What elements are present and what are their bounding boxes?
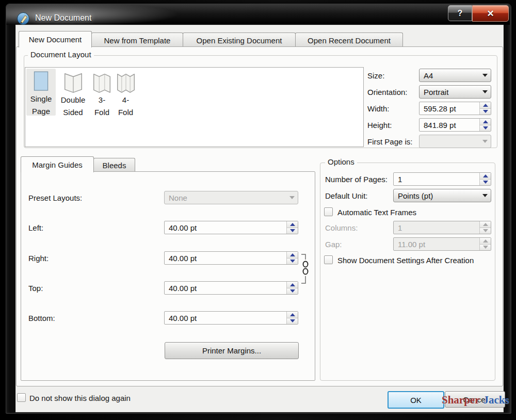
tab-label: New Document — [29, 35, 82, 44]
ok-label: OK — [410, 396, 422, 405]
layout-item-label: Fold — [94, 106, 109, 119]
spinner-buttons[interactable] — [286, 252, 298, 264]
spinner-buttons[interactable] — [286, 282, 298, 294]
width-spinner[interactable]: 595.28 pt — [419, 102, 491, 115]
layout-item-label: Single — [30, 93, 52, 105]
title-bar: New Document — [6, 4, 510, 25]
tab-label: New from Template — [104, 36, 171, 45]
chevron-down-icon — [479, 74, 491, 77]
bottom-margin-label: Bottom: — [28, 314, 55, 322]
right-margin-spinner[interactable]: 40.00 pt — [164, 251, 298, 265]
spinner-buttons — [479, 221, 491, 234]
watermark-text: Sharper — [442, 394, 480, 406]
gap-spinner: 11.00 pt — [393, 237, 491, 251]
show-document-settings-label: Show Document Settings After Creation — [337, 256, 474, 265]
tab-open-recent-document[interactable]: Open Recent Document — [295, 33, 403, 47]
spin-down-icon[interactable] — [287, 318, 298, 325]
spinner-buttons[interactable] — [286, 312, 298, 324]
layout-item-3-fold[interactable]: 3- Fold — [90, 69, 114, 116]
double-sided-icon — [63, 69, 84, 94]
spin-down-icon[interactable] — [287, 228, 298, 234]
watermark: SharperJacks — [442, 394, 509, 407]
layout-item-label: 3- — [99, 94, 105, 106]
columns-value: 1 — [394, 221, 479, 234]
spinner-buttons[interactable] — [286, 221, 298, 234]
layout-item-label: Sided — [63, 106, 83, 119]
spin-down-icon[interactable] — [480, 125, 491, 132]
number-of-pages-label: Number of Pages: — [325, 175, 388, 184]
default-unit-select[interactable]: Points (pt) — [393, 189, 491, 202]
tab-label: Bleeds — [103, 161, 126, 170]
spin-down-icon[interactable] — [480, 108, 491, 115]
layout-item-label: Page — [32, 105, 50, 118]
orientation-label: Orientation: — [367, 88, 408, 96]
spin-down-icon — [480, 228, 491, 234]
orientation-value: Portrait — [420, 88, 479, 96]
spin-up-icon[interactable] — [480, 119, 491, 125]
spinner-buttons — [479, 238, 491, 250]
number-of-pages-spinner[interactable]: 1 — [393, 172, 491, 186]
tab-new-from-template[interactable]: New from Template — [91, 33, 183, 47]
spin-up-icon[interactable] — [480, 173, 491, 179]
spinner-buttons[interactable] — [479, 119, 491, 131]
watermark-text: Jacks — [483, 394, 509, 406]
automatic-text-frames-label: Automatic Text Frames — [337, 208, 416, 217]
top-margin-spinner[interactable]: 40.00 pt — [164, 281, 298, 295]
help-icon: ? — [458, 9, 463, 18]
ok-button[interactable]: OK — [388, 391, 444, 409]
spin-down-icon[interactable] — [287, 258, 298, 265]
dont-show-again-label: Do not show this dialog again — [29, 394, 131, 402]
spinner-buttons[interactable] — [479, 173, 491, 185]
chevron-down-icon — [479, 140, 491, 143]
size-select[interactable]: A4 — [419, 69, 491, 82]
first-page-label: First Page is: — [367, 137, 413, 146]
chevron-down-icon — [479, 194, 491, 197]
left-margin-spinner[interactable]: 40.00 pt — [164, 221, 298, 234]
tab-label: Open Existing Document — [197, 36, 282, 45]
spin-up-icon — [480, 221, 491, 228]
link-margins-icon[interactable] — [300, 252, 309, 285]
right-margin-label: Right: — [28, 254, 49, 263]
tab-bleeds[interactable]: Bleeds — [93, 158, 135, 172]
layout-item-4-fold[interactable]: 4- Fold — [114, 69, 137, 116]
automatic-text-frames-checkbox[interactable] — [324, 207, 333, 216]
spin-up-icon[interactable] — [287, 221, 298, 228]
spinner-buttons[interactable] — [479, 102, 491, 115]
dont-show-again-checkbox[interactable] — [17, 393, 26, 402]
spin-up-icon[interactable] — [287, 252, 298, 258]
default-unit-label: Default Unit: — [325, 191, 368, 200]
close-icon: ✕ — [487, 8, 494, 19]
width-value: 595.28 pt — [420, 102, 479, 115]
chevron-down-icon — [479, 90, 491, 93]
size-label: Size: — [367, 71, 384, 80]
help-button[interactable]: ? — [448, 5, 472, 21]
tab-open-existing-document[interactable]: Open Existing Document — [183, 33, 296, 47]
spin-down-icon[interactable] — [480, 179, 491, 186]
bottom-margin-value: 40.00 pt — [165, 312, 286, 324]
spin-down-icon[interactable] — [287, 288, 298, 295]
close-button[interactable]: ✕ — [472, 5, 509, 22]
layout-item-double-sided[interactable]: Double Sided — [57, 69, 89, 116]
window-title: New Document — [35, 13, 91, 23]
left-margin-value: 40.00 pt — [165, 221, 286, 234]
bottom-margin-spinner[interactable]: 40.00 pt — [164, 311, 298, 325]
spin-up-icon[interactable] — [287, 282, 298, 288]
height-spinner[interactable]: 841.89 pt — [419, 118, 491, 132]
preset-layouts-select: None — [164, 191, 298, 204]
tab-label: Margin Guides — [32, 160, 83, 169]
show-document-settings-checkbox[interactable] — [324, 255, 333, 264]
gap-value: 11.00 pt — [394, 238, 479, 250]
spin-up-icon[interactable] — [480, 102, 491, 108]
printer-margins-button[interactable]: Printer Margins... — [165, 342, 299, 359]
four-fold-icon — [116, 69, 136, 94]
spin-up-icon[interactable] — [287, 312, 298, 318]
screenshot-backdrop: New Document ? ✕ New Document New from T… — [0, 0, 516, 420]
top-margin-label: Top: — [28, 284, 43, 293]
printer-margins-label: Printer Margins... — [202, 346, 261, 355]
tab-margin-guides[interactable]: Margin Guides — [21, 156, 94, 172]
spin-up-icon — [480, 238, 491, 244]
orientation-select[interactable]: Portrait — [419, 85, 491, 99]
layout-item-label: Fold — [118, 106, 133, 119]
tab-new-document[interactable]: New Document — [19, 31, 92, 47]
layout-item-single-page[interactable]: Single Page — [26, 69, 56, 116]
